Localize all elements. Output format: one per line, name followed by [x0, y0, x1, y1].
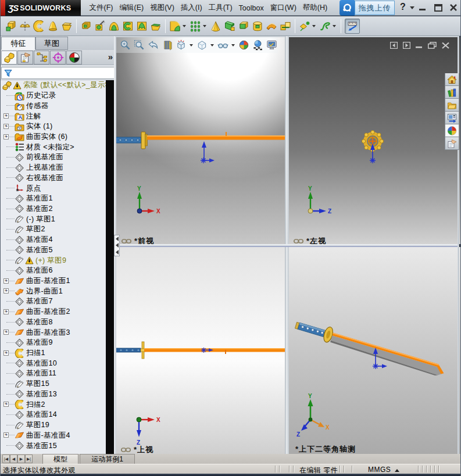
upload-label[interactable]: 拖拽上传 — [355, 1, 395, 15]
tree-item[interactable]: +扫描1 — [1, 348, 106, 359]
tree-item[interactable]: +基准面13 — [1, 389, 106, 400]
drag-upload-overlay[interactable]: 拖拽上传 — [340, 0, 395, 16]
menu-tools[interactable]: 工具(T) — [205, 0, 235, 16]
close-button[interactable] — [448, 3, 459, 12]
dropdown-caret[interactable] — [312, 25, 316, 27]
prev-tab-button[interactable]: ◀ — [10, 454, 17, 463]
tree-item[interactable]: +基准面1 — [1, 194, 106, 204]
tree-item[interactable]: +基准面14 — [1, 410, 106, 420]
propertymanager-tab[interactable] — [17, 51, 33, 65]
viewport-front[interactable]: Y X *前视 — [116, 37, 285, 244]
toolbar-extruded-boss[interactable] — [5, 20, 17, 32]
toolbar-revolved-boss[interactable] — [19, 20, 31, 32]
toolbar-chamfer[interactable] — [224, 20, 236, 32]
next-tab-button[interactable]: ▶ — [17, 454, 25, 463]
toolbar-combine[interactable] — [280, 20, 292, 32]
tree-item[interactable]: +边界-曲面1 — [1, 286, 106, 296]
toolbar-shell[interactable] — [238, 20, 250, 32]
zoom-to-fit-button[interactable] — [119, 39, 131, 52]
apply-scene-button[interactable] — [251, 39, 264, 52]
edit-appearance-button[interactable] — [237, 39, 250, 52]
minimize-document-button[interactable] — [416, 42, 423, 49]
restore-document-button[interactable] — [428, 42, 437, 49]
last-tab-button[interactable]: ▶| — [25, 454, 33, 463]
dropdown-caret[interactable] — [203, 25, 206, 27]
menu-edit[interactable]: 编辑(E) — [116, 0, 147, 16]
zoom-to-area-button[interactable] — [133, 39, 145, 52]
displaymanager-tab[interactable] — [66, 51, 82, 65]
toolbar-boundary-cut[interactable] — [150, 20, 162, 32]
toolbar-swept-boss[interactable] — [33, 20, 45, 32]
tree-item[interactable]: +基准面4 — [1, 235, 106, 245]
upload-app-icon[interactable] — [340, 0, 355, 16]
hide-show-items-button[interactable] — [216, 39, 229, 52]
tree-item[interactable]: +曲面-基准面2 — [1, 307, 106, 317]
dropdown-caret[interactable] — [190, 44, 193, 46]
menu-insert[interactable]: 插入(I) — [177, 0, 205, 16]
view-orientation-button[interactable] — [174, 39, 187, 52]
tab-sketch[interactable]: 草图 — [35, 37, 68, 50]
menu-toolbox[interactable]: Toolbox — [235, 0, 267, 16]
minimize-button[interactable] — [417, 3, 428, 12]
units-dropdown-caret[interactable] — [395, 469, 399, 472]
toolbar-instant3d-toggle[interactable] — [345, 19, 360, 34]
more-tabs-chevron[interactable]: » — [108, 52, 112, 62]
tree-item[interactable]: +基准面2 — [1, 204, 106, 214]
toolbar-boundary-boss[interactable] — [61, 20, 73, 32]
tree-item[interactable]: +基准面11 — [1, 368, 106, 379]
tab-model[interactable]: 模型 — [42, 454, 78, 464]
tree-item[interactable]: +传感器 — [1, 101, 106, 111]
configurationmanager-tab[interactable] — [34, 51, 49, 65]
tree-item[interactable]: +曲面-基准面1 — [1, 276, 106, 287]
tree-item[interactable]: +原点 — [1, 183, 106, 194]
toolbar-instant3d[interactable] — [299, 20, 311, 32]
toolbar-curves[interactable] — [319, 20, 331, 32]
section-view-button[interactable] — [160, 39, 173, 52]
status-units[interactable]: MMGS — [368, 466, 391, 474]
maximize-button[interactable] — [433, 3, 444, 12]
tree-item[interactable]: +基准面7 — [1, 296, 106, 307]
appearances-scenes-tab[interactable] — [445, 124, 459, 137]
tree-item[interactable]: +曲面-基准面3 — [1, 327, 106, 338]
help-dropdown-caret[interactable] — [410, 6, 414, 9]
tree-item[interactable]: +索隆 (默认<<默认>_显示状态 — [1, 80, 106, 91]
toolbar-lofted-boss[interactable] — [47, 20, 59, 32]
dropdown-caret[interactable] — [210, 44, 214, 46]
tree-item[interactable]: +曲面-基准面4 — [1, 430, 106, 441]
toolbar-draft[interactable] — [210, 20, 222, 32]
tree-item[interactable]: +基准面6 — [1, 266, 106, 276]
viewport-top[interactable]: X Z *上视 — [116, 247, 285, 454]
toolbar-lofted-cut[interactable] — [136, 20, 148, 32]
close-document-button[interactable] — [442, 42, 449, 49]
menu-window[interactable]: 窗口(W) — [267, 0, 299, 16]
toolbar-fillet[interactable] — [169, 20, 181, 32]
dropdown-caret[interactable] — [333, 25, 336, 27]
dropdown-caret[interactable] — [183, 25, 186, 27]
menu-view[interactable]: 视图(V) — [147, 0, 178, 16]
tree-item[interactable]: +前视基准面 — [1, 152, 106, 163]
solidworks-resources-tab[interactable] — [445, 73, 459, 86]
tree-item[interactable]: +草图19 — [1, 420, 106, 431]
toolbar-revolved-cut[interactable] — [108, 20, 120, 32]
toolbar-wrap[interactable] — [252, 20, 264, 32]
menu-help[interactable]: 帮助(H) — [299, 0, 330, 16]
view-palette-tab[interactable] — [445, 112, 459, 124]
splitter-collapse-handle[interactable] — [114, 235, 120, 256]
toolbar-hole-wizard[interactable] — [94, 20, 106, 32]
tree-filter-input[interactable] — [1, 67, 115, 79]
dimxpertmanager-tab[interactable] — [50, 51, 66, 65]
toolbar-flex[interactable] — [266, 20, 278, 32]
custom-properties-tab[interactable] — [445, 137, 459, 150]
tree-item[interactable]: +(+) 草图9 — [1, 255, 106, 266]
horizontal-splitter[interactable] — [116, 244, 459, 247]
tree-item[interactable]: +曲面实体 (6) — [1, 132, 106, 142]
tree-item[interactable]: +右视基准面 — [1, 173, 106, 183]
viewport-isometric[interactable]: Y Z X *上下二等角轴测 — [289, 247, 461, 454]
first-tab-button[interactable]: |◀ — [2, 454, 10, 463]
menu-file[interactable]: 文件(F) — [86, 0, 116, 16]
tree-item[interactable]: +基准面10 — [1, 358, 106, 368]
tree-item[interactable]: +实体 (1) — [1, 121, 106, 132]
next-pane-button[interactable] — [403, 42, 410, 49]
display-style-button[interactable] — [195, 39, 208, 52]
file-explorer-tab[interactable] — [445, 99, 459, 112]
